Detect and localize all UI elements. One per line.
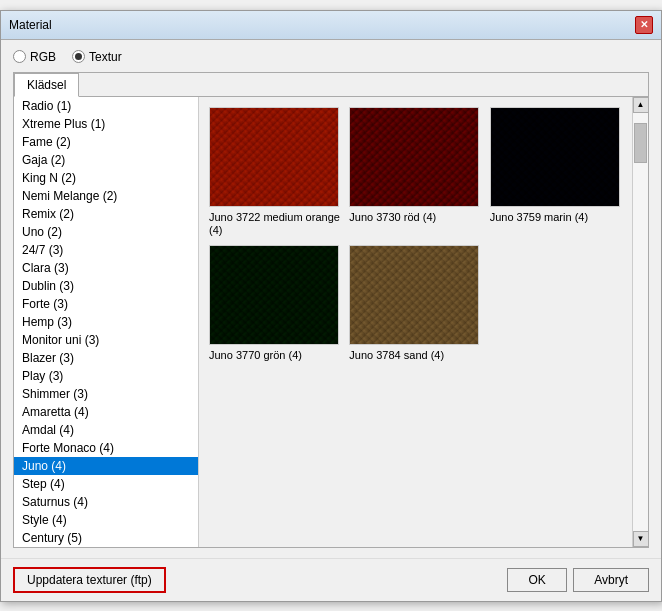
window-title: Material	[9, 18, 52, 32]
rgb-label: RGB	[30, 50, 56, 64]
list-item[interactable]: Dublin (3)	[14, 277, 198, 295]
list-item[interactable]: Hemp (3)	[14, 313, 198, 331]
scrollbar-thumb-area[interactable]	[633, 113, 648, 531]
list-item[interactable]: Remix (2)	[14, 205, 198, 223]
list-item[interactable]: 24/7 (3)	[14, 241, 198, 259]
texture-image-red[interactable]	[349, 107, 479, 207]
button-row: OK Avbryt	[507, 568, 649, 592]
list-item[interactable]: Shimmer (3)	[14, 385, 198, 403]
scroll-down-arrow[interactable]: ▼	[633, 531, 649, 547]
list-item[interactable]: Uno (2)	[14, 223, 198, 241]
list-item[interactable]: Forte Monaco (4)	[14, 439, 198, 457]
list-item[interactable]: Radio (1)	[14, 97, 198, 115]
list-item[interactable]: Step (4)	[14, 475, 198, 493]
texture-panel[interactable]: Juno 3722 medium orange (4) Juno 3730 rö…	[199, 97, 632, 547]
cancel-button[interactable]: Avbryt	[573, 568, 649, 592]
texture-label-green: Juno 3770 grön (4)	[209, 349, 341, 362]
tab-header: Klädsel	[14, 73, 648, 97]
list-item[interactable]: Nemi Melange (2)	[14, 187, 198, 205]
list-item[interactable]: King N (2)	[14, 169, 198, 187]
bottom-bar: Uppdatera texturer (ftp) OK Avbryt	[1, 558, 661, 601]
texture-image-green[interactable]	[209, 245, 339, 345]
material-dialog: Material ✕ RGB Textur Klädsel Radio (1)	[0, 10, 662, 602]
list-item[interactable]: Gaja (2)	[14, 151, 198, 169]
list-item[interactable]: Clara (3)	[14, 259, 198, 277]
texture-item-green[interactable]: Juno 3770 grön (4)	[209, 245, 341, 362]
radio-row: RGB Textur	[13, 50, 649, 64]
texture-label-orange: Juno 3722 medium orange (4)	[209, 211, 341, 237]
list-item[interactable]: Amdal (4)	[14, 421, 198, 439]
scroll-up-arrow[interactable]: ▲	[633, 97, 649, 113]
texture-item-red[interactable]: Juno 3730 röd (4)	[349, 107, 481, 237]
texture-label-red: Juno 3730 röd (4)	[349, 211, 481, 224]
list-item[interactable]: Forte (3)	[14, 295, 198, 313]
tab-kladsel[interactable]: Klädsel	[14, 73, 79, 97]
tab-content: Radio (1) Xtreme Plus (1) Fame (2) Gaja …	[14, 97, 648, 547]
texture-item-navy[interactable]: Juno 3759 marin (4)	[490, 107, 622, 237]
right-scrollbar[interactable]: ▲ ▼	[632, 97, 648, 547]
list-item[interactable]: Style (4)	[14, 511, 198, 529]
list-item-selected[interactable]: Juno (4)	[14, 457, 198, 475]
list-item[interactable]: Play (3)	[14, 367, 198, 385]
list-item[interactable]: Monitor uni (3)	[14, 331, 198, 349]
list-item[interactable]: Amaretta (4)	[14, 403, 198, 421]
close-button[interactable]: ✕	[635, 16, 653, 34]
textur-label: Textur	[89, 50, 122, 64]
window-content: RGB Textur Klädsel Radio (1) Xtreme Plus…	[1, 40, 661, 558]
ok-button[interactable]: OK	[507, 568, 567, 592]
texture-item-orange[interactable]: Juno 3722 medium orange (4)	[209, 107, 341, 237]
update-textures-button[interactable]: Uppdatera texturer (ftp)	[13, 567, 166, 593]
list-item[interactable]: Century (5)	[14, 529, 198, 547]
texture-grid: Juno 3722 medium orange (4) Juno 3730 rö…	[209, 107, 622, 363]
tab-container: Klädsel Radio (1) Xtreme Plus (1) Fame (…	[13, 72, 649, 548]
list-item[interactable]: Saturnus (4)	[14, 493, 198, 511]
texture-item-empty	[490, 245, 622, 362]
rgb-option[interactable]: RGB	[13, 50, 56, 64]
texture-image-sand[interactable]	[349, 245, 479, 345]
rgb-radio[interactable]	[13, 50, 26, 63]
textur-radio[interactable]	[72, 50, 85, 63]
textur-option[interactable]: Textur	[72, 50, 122, 64]
texture-image-orange[interactable]	[209, 107, 339, 207]
texture-item-sand[interactable]: Juno 3784 sand (4)	[349, 245, 481, 362]
list-item[interactable]: Fame (2)	[14, 133, 198, 151]
texture-label-sand: Juno 3784 sand (4)	[349, 349, 481, 362]
list-panel[interactable]: Radio (1) Xtreme Plus (1) Fame (2) Gaja …	[14, 97, 199, 547]
title-bar: Material ✕	[1, 11, 661, 40]
texture-label-navy: Juno 3759 marin (4)	[490, 211, 622, 224]
texture-image-navy[interactable]	[490, 107, 620, 207]
list-item[interactable]: Blazer (3)	[14, 349, 198, 367]
scrollbar-thumb[interactable]	[634, 123, 647, 163]
list-item[interactable]: Xtreme Plus (1)	[14, 115, 198, 133]
